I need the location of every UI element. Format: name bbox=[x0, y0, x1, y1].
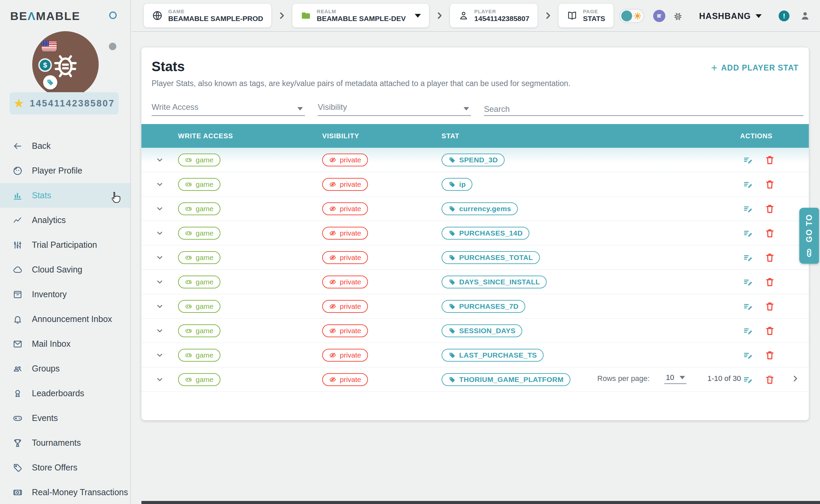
delete-stat-button[interactable] bbox=[765, 155, 775, 165]
stat-badge[interactable]: PURCHASES_14D bbox=[442, 227, 529, 240]
edit-stat-button[interactable] bbox=[743, 301, 753, 311]
edit-icon bbox=[743, 179, 753, 189]
edit-stat-button[interactable] bbox=[743, 204, 753, 214]
sidebar-item-tournaments[interactable]: Tournaments bbox=[0, 430, 130, 455]
sidebar-item-label: Real-Money Transactions bbox=[32, 487, 128, 497]
dollar-badge: $ bbox=[38, 58, 52, 72]
eye-slash-icon bbox=[329, 254, 336, 261]
search-input[interactable] bbox=[484, 98, 803, 115]
sidebar-item-label: Leaderboards bbox=[32, 388, 84, 398]
visibility-badge: private bbox=[322, 202, 368, 215]
stat-badge[interactable]: PURCHASES_7D bbox=[442, 300, 525, 313]
delete-stat-button[interactable] bbox=[765, 277, 775, 287]
stat-badge[interactable]: currency.gems bbox=[442, 202, 518, 215]
breadcrumb-label: REALM bbox=[317, 8, 406, 14]
bell-icon bbox=[12, 314, 23, 325]
stat-badge[interactable]: LAST_PURCHASE_TS bbox=[442, 349, 544, 362]
sidebar-item-player-profile[interactable]: Player Profile bbox=[0, 158, 130, 183]
sidebar-item-back[interactable]: Back bbox=[0, 134, 130, 158]
docs-button[interactable] bbox=[653, 10, 665, 22]
edit-stat-button[interactable] bbox=[743, 179, 753, 189]
status-circle-icon bbox=[109, 12, 117, 19]
report-bug-button[interactable] bbox=[673, 11, 683, 21]
expand-row-button[interactable] bbox=[141, 254, 178, 262]
edit-icon bbox=[743, 204, 753, 214]
delete-stat-button[interactable] bbox=[765, 228, 775, 238]
screen-bottom-edge bbox=[141, 501, 820, 504]
caret-down-icon bbox=[415, 14, 421, 18]
breadcrumb-label: PAGE bbox=[583, 8, 605, 14]
alerts-button[interactable]: ! bbox=[779, 11, 789, 21]
goto-tab[interactable]: GO TO bbox=[799, 208, 819, 264]
sidebar-item-mail-inbox[interactable]: Mail Inbox bbox=[0, 331, 130, 356]
caret-down-icon bbox=[680, 376, 685, 379]
account-button[interactable] bbox=[800, 11, 811, 21]
delete-stat-button[interactable] bbox=[765, 204, 775, 214]
edit-icon bbox=[743, 155, 753, 165]
org-switcher[interactable]: HASHBANG bbox=[699, 11, 762, 21]
sidebar-item-trial-participation[interactable]: Trial Participation bbox=[0, 233, 130, 257]
sidebar-item-analytics[interactable]: Analytics bbox=[0, 208, 130, 233]
delete-stat-button[interactable] bbox=[765, 301, 775, 311]
expand-row-button[interactable] bbox=[141, 351, 178, 359]
add-player-stat-button[interactable]: + ADD PLAYER STAT bbox=[711, 62, 799, 73]
next-page-button[interactable] bbox=[788, 372, 802, 385]
edit-stat-button[interactable] bbox=[743, 277, 753, 287]
topbar: GAME BEAMABLE SAMPLE-PROD REALM BEAMABLE… bbox=[132, 0, 820, 32]
search-field bbox=[484, 98, 803, 116]
expand-row-button[interactable] bbox=[141, 278, 178, 286]
stat-badge[interactable]: DAYS_SINCE_INSTALL bbox=[442, 276, 547, 288]
player-id-pill[interactable]: ★ 14541142385807 bbox=[9, 92, 119, 115]
delete-stat-button[interactable] bbox=[765, 350, 775, 360]
sidebar-item-store-offers[interactable]: Store Offers bbox=[0, 455, 130, 480]
delete-stat-button[interactable] bbox=[765, 179, 775, 189]
rows-per-page-select[interactable]: 10 bbox=[664, 373, 686, 384]
stat-badge[interactable]: ip bbox=[442, 178, 472, 191]
stat-badge[interactable]: SPEND_3D bbox=[442, 154, 505, 166]
breadcrumb-player[interactable]: PLAYER 14541142385807 bbox=[450, 4, 538, 27]
edit-stat-button[interactable] bbox=[743, 350, 753, 360]
sidebar-item-real-money-transactions[interactable]: Real-Money Transactions bbox=[0, 480, 130, 504]
sidebar-item-inventory[interactable]: Inventory bbox=[0, 282, 130, 307]
breadcrumb-page[interactable]: PAGE STATS bbox=[559, 4, 613, 27]
expand-row-button[interactable] bbox=[141, 327, 178, 335]
breadcrumb-realm[interactable]: REALM BEAMABLE SAMPLE-DEV bbox=[292, 4, 429, 27]
sidebar-item-leaderboards[interactable]: Leaderboards bbox=[0, 381, 130, 406]
sidebar-item-label: Inventory bbox=[32, 289, 67, 299]
edit-stat-button[interactable] bbox=[743, 326, 753, 336]
theme-toggle[interactable] bbox=[619, 9, 644, 23]
delete-stat-button[interactable] bbox=[765, 253, 775, 263]
topbar-actions: HASHBANG ! bbox=[619, 0, 811, 32]
sidebar-item-cloud-saving[interactable]: Cloud Saving bbox=[0, 257, 130, 282]
edit-stat-button[interactable] bbox=[743, 155, 753, 165]
player-avatar[interactable]: $ bbox=[32, 31, 99, 98]
beamable-logo: BEΛMABLE bbox=[10, 9, 80, 23]
expand-row-button[interactable] bbox=[141, 229, 178, 237]
table-row: game private PURCHASES_14D bbox=[141, 221, 809, 245]
previous-page-button[interactable] bbox=[763, 372, 776, 385]
sidebar-item-label: Events bbox=[32, 413, 58, 423]
expand-row-button[interactable] bbox=[141, 302, 178, 310]
visibility-filter[interactable]: Visibility bbox=[318, 98, 471, 116]
sidebar-item-events[interactable]: Events bbox=[0, 406, 130, 430]
stat-badge[interactable]: SESSION_DAYS bbox=[442, 324, 522, 337]
write-access-filter[interactable]: Write Access bbox=[152, 98, 305, 116]
sidebar-item-announcement-inbox[interactable]: Announcement Inbox bbox=[0, 307, 130, 331]
sidebar-item-groups[interactable]: Groups bbox=[0, 356, 130, 381]
stat-badge[interactable]: PURCHASES_TOTAL bbox=[442, 251, 540, 264]
delete-stat-button[interactable] bbox=[765, 326, 775, 336]
sidebar-item-stats[interactable]: Stats bbox=[0, 183, 130, 208]
table-row: game private ip bbox=[141, 172, 809, 197]
eye-slash-icon bbox=[329, 303, 336, 310]
expand-row-button[interactable] bbox=[141, 180, 178, 188]
player-id: 14541142385807 bbox=[30, 98, 115, 109]
edit-stat-button[interactable] bbox=[743, 253, 753, 263]
breadcrumb-game[interactable]: GAME BEAMABLE SAMPLE-PROD bbox=[144, 4, 271, 27]
expand-row-button[interactable] bbox=[141, 205, 178, 213]
sidebar-item-label: Mail Inbox bbox=[32, 339, 71, 349]
expand-row-button[interactable] bbox=[141, 156, 178, 164]
edit-stat-button[interactable] bbox=[743, 228, 753, 238]
brand-header: BEΛMABLE bbox=[0, 0, 130, 32]
tag-icon bbox=[448, 181, 456, 188]
sidebar-item-label: Analytics bbox=[32, 215, 66, 225]
